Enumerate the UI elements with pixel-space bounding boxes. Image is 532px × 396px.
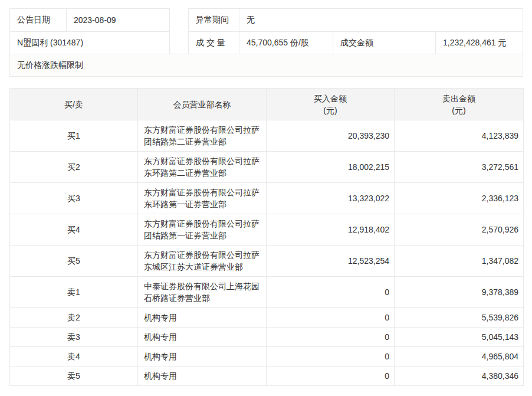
stock-title-row: N盟固利 (301487) (10, 31, 169, 54)
side-cell: 卖2 (10, 308, 138, 328)
info-box-right: 异常期间 无 成 交 量 45,700,655 份/股 成交金额 1,232,4… (188, 8, 523, 54)
sell-amount-cell: 3,272,561 (395, 152, 524, 183)
col-header-sell-amount: 卖出金额 (元) (395, 89, 524, 120)
buy-amount-cell: 13,323,022 (267, 183, 395, 214)
trade-table-wrap: 买/卖 会员营业部名称 买入金额 (元) 卖出金额 (元) 买1 东方财富证券股… (9, 88, 523, 386)
buy-amount-cell: 0 (267, 308, 395, 328)
sell-amount-cell: 2,336,123 (395, 183, 524, 214)
trade-table-header-row: 买/卖 会员营业部名称 买入金额 (元) 卖出金额 (元) (10, 89, 524, 120)
broker-cell: 东方财富证券股份有限公司拉萨东环路第二证券营业部 (138, 152, 267, 183)
side-cell: 卖1 (10, 277, 138, 308)
broker-cell: 东方财富证券股份有限公司拉萨东环路第一证券营业部 (138, 183, 267, 214)
table-row: 卖4 机构专用 0 4,965,804 (10, 347, 524, 366)
col-header-broker: 会员营业部名称 (138, 89, 267, 120)
buy-amount-title: 买入金额 (271, 93, 389, 104)
side-cell: 买1 (10, 120, 138, 152)
table-row: 买3 东方财富证券股份有限公司拉萨东环路第一证券营业部 13,323,022 2… (10, 183, 524, 214)
broker-cell: 机构专用 (138, 328, 267, 347)
volume-turnover-row: 成 交 量 45,700,655 份/股 成交金额 1,232,428,461 … (189, 31, 523, 54)
buy-amount-cell: 0 (267, 347, 395, 366)
table-row: 卖3 机构专用 0 5,045,143 (10, 328, 524, 347)
table-row: 买2 东方财富证券股份有限公司拉萨东环路第二证券营业部 18,002,215 3… (10, 152, 524, 183)
broker-cell: 东方财富证券股份有限公司拉萨东城区江苏大道证券营业部 (138, 246, 267, 277)
buy-amount-unit: (元) (271, 104, 389, 116)
side-cell: 卖3 (10, 328, 138, 347)
sell-amount-cell: 5,539,826 (395, 308, 524, 328)
broker-cell: 机构专用 (138, 366, 267, 386)
turnover-value: 1,232,428,461 元 (435, 32, 523, 54)
table-row: 卖5 机构专用 0 4,380,346 (10, 366, 524, 386)
sell-amount-cell: 9,378,389 (395, 277, 524, 308)
buy-amount-cell: 0 (267, 366, 395, 386)
info-box-left: 公告日期 2023-08-09 N盟固利 (301487) (9, 8, 170, 54)
table-row: 买1 东方财富证券股份有限公司拉萨团结路第二证券营业部 20,393,230 4… (10, 120, 524, 152)
announce-date-row: 公告日期 2023-08-09 (10, 9, 169, 31)
buy-amount-cell: 12,523,254 (267, 246, 395, 277)
col-header-buy-amount: 买入金额 (元) (267, 89, 395, 120)
sell-amount-cell: 1,347,082 (395, 246, 524, 277)
broker-cell: 东方财富证券股份有限公司拉萨团结路第一证券营业部 (138, 214, 267, 246)
table-row: 卖2 机构专用 0 5,539,826 (10, 308, 524, 328)
table-row: 卖1 中泰证券股份有限公司上海花园石桥路证券营业部 0 9,378,389 (10, 277, 524, 308)
sell-amount-cell: 2,570,926 (395, 214, 524, 246)
sell-amount-unit: (元) (399, 104, 518, 116)
volume-label: 成 交 量 (189, 32, 239, 54)
table-row: 买4 东方财富证券股份有限公司拉萨团结路第一证券营业部 12,918,402 2… (10, 214, 524, 246)
side-cell: 买2 (10, 152, 138, 183)
trade-table: 买/卖 会员营业部名称 买入金额 (元) 卖出金额 (元) 买1 东方财富证券股… (9, 88, 524, 386)
buy-amount-cell: 0 (267, 277, 395, 308)
buy-amount-cell: 0 (267, 328, 395, 347)
broker-cell: 机构专用 (138, 347, 267, 366)
sell-amount-cell: 4,380,346 (395, 366, 524, 386)
price-limit-note: 无价格涨跌幅限制 (9, 54, 523, 77)
sell-amount-cell: 5,045,143 (395, 328, 524, 347)
broker-cell: 中泰证券股份有限公司上海花园石桥路证券营业部 (138, 277, 267, 308)
col-header-side: 买/卖 (10, 89, 138, 120)
side-cell: 买4 (10, 214, 138, 246)
sell-amount-cell: 4,965,804 (395, 347, 524, 366)
side-cell: 卖5 (10, 366, 138, 386)
stock-title: N盟固利 (301487) (10, 32, 169, 54)
page-content: 公告日期 2023-08-09 N盟固利 (301487) 异常期间 无 成 交… (9, 8, 523, 386)
abnormal-period-value: 无 (239, 9, 523, 31)
volume-value: 45,700,655 份/股 (239, 32, 333, 54)
trade-table-body: 买1 东方财富证券股份有限公司拉萨团结路第二证券营业部 20,393,230 4… (10, 120, 524, 386)
stock-info-panel: 公告日期 2023-08-09 N盟固利 (301487) 异常期间 无 成 交… (9, 8, 523, 54)
side-cell: 卖4 (10, 347, 138, 366)
table-row: 买5 东方财富证券股份有限公司拉萨东城区江苏大道证券营业部 12,523,254… (10, 246, 524, 277)
buy-amount-cell: 20,393,230 (267, 120, 395, 152)
trade-table-head: 买/卖 会员营业部名称 买入金额 (元) 卖出金额 (元) (10, 89, 524, 120)
broker-cell: 机构专用 (138, 308, 267, 328)
announce-date-label: 公告日期 (10, 9, 66, 31)
turnover-label: 成交金额 (333, 32, 435, 54)
sell-amount-cell: 4,123,839 (395, 120, 524, 152)
side-cell: 买5 (10, 246, 138, 277)
announce-date-value: 2023-08-09 (66, 9, 169, 31)
side-cell: 买3 (10, 183, 138, 214)
buy-amount-cell: 12,918,402 (267, 214, 395, 246)
abnormal-period-label: 异常期间 (189, 9, 239, 31)
broker-cell: 东方财富证券股份有限公司拉萨团结路第二证券营业部 (138, 120, 267, 152)
sell-amount-title: 卖出金额 (399, 93, 518, 104)
buy-amount-cell: 18,002,215 (267, 152, 395, 183)
abnormal-period-row: 异常期间 无 (189, 9, 523, 31)
